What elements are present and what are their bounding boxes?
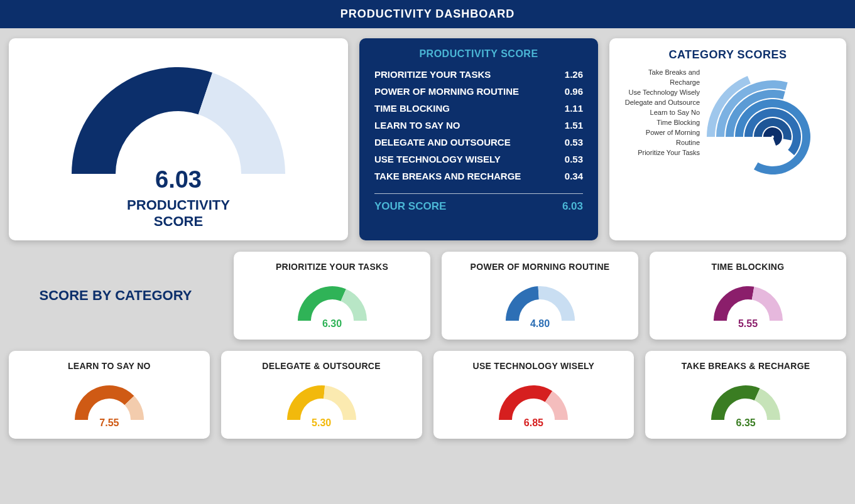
score-panel-footer-value: 6.03 [562,200,583,213]
score-panel-footer-label: YOUR SCORE [374,200,446,213]
category-radial-chart [704,68,835,206]
mini-label: TAKE BREAKS & RECHARGE [682,361,810,373]
score-row-value: 1.11 [553,103,583,114]
score-row: PRIORITIZE YOUR TASKS1.26 [374,66,583,83]
score-row: USE TECHNOLOGY WISELY0.53 [374,151,583,168]
score-row-value: 0.53 [553,137,583,147]
mid-row: SCORE BY CATEGORY PRIORITIZE YOUR TASKS … [9,252,846,340]
mini-label: PRIORITIZE YOUR TASKS [276,262,388,274]
score-panel-divider [374,193,583,194]
mini-card-6: TAKE BREAKS & RECHARGE 6.35 [645,351,846,439]
mini-card-2: TIME BLOCKING 5.55 [650,252,846,340]
mini-gauge-chart [281,377,362,422]
radial-label: Power of Morning Routine [621,128,700,148]
mini-gauge-chart [707,278,789,323]
mini-label: POWER OF MORNING ROUTINE [471,262,610,274]
mini-card-4: DELEGATE & OUTSOURCE 5.30 [221,351,422,439]
radial-label: Delegate and Outsource [621,98,700,108]
score-row-value: 0.34 [553,171,583,181]
radial-label: Learn to Say No [621,108,700,118]
score-row-label: LEARN TO SAY NO [374,120,460,131]
score-row-label: TIME BLOCKING [374,103,450,114]
score-row-label: POWER OF MORNING ROUTINE [374,86,519,97]
category-radial-card: CATEGORY SCORES Take Breaks and Recharge… [609,38,846,240]
score-row-label: USE TECHNOLOGY WISELY [374,154,501,164]
score-row: LEARN TO SAY NO1.51 [374,117,583,134]
mini-card-1: POWER OF MORNING ROUTINE 4.80 [442,252,638,340]
score-row: TIME BLOCKING1.11 [374,100,583,117]
mini-value: 5.30 [312,417,331,429]
score-row-value: 0.96 [553,86,583,97]
score-row: POWER OF MORNING ROUTINE0.96 [374,83,583,100]
score-panel-list: PRIORITIZE YOUR TASKS1.26POWER OF MORNIN… [371,66,587,185]
page-title: PRODUCTIVITY DASHBOARD [340,8,515,20]
mini-label: DELEGATE & OUTSOURCE [262,361,381,373]
category-radial-title: CATEGORY SCORES [621,48,835,62]
mini-label: TIME BLOCKING [712,262,785,274]
score-row-value: 1.51 [553,120,583,131]
section-title: SCORE BY CATEGORY [9,252,222,340]
score-row-label: TAKE BREAKS AND RECHARGE [374,171,521,181]
main-score-value: 6.03 [155,166,202,193]
mini-value: 6.35 [736,417,756,429]
mini-gauge-chart [705,377,787,422]
score-panel-title: PRODUCTIVITY SCORE [371,48,587,60]
score-row-label: DELEGATE AND OUTSOURCE [374,137,511,147]
score-row: DELEGATE AND OUTSOURCE0.53 [374,134,583,151]
main-gauge-chart [59,48,298,180]
score-panel-footer: YOUR SCORE 6.03 [371,200,587,213]
mini-value: 6.85 [524,417,543,429]
page-header: PRODUCTIVITY DASHBOARD [0,0,855,28]
mini-gauge-chart [499,278,581,323]
mini-gauge-chart [493,377,574,422]
mini-card-3: LEARN TO SAY NO 7.55 [9,351,210,439]
score-row-value: 1.26 [553,69,583,80]
mini-value: 7.55 [99,417,119,429]
score-row-value: 0.53 [553,154,583,164]
mini-value: 5.55 [738,318,758,330]
mini-card-0: PRIORITIZE YOUR TASKS 6.30 [234,252,430,340]
score-row: TAKE BREAKS AND RECHARGE0.34 [374,168,583,185]
radial-label: Use Technology Wisely [621,88,700,98]
dashboard-body: 6.03 PRODUCTIVITY SCORE PRODUCTIVITY SCO… [0,28,855,449]
score-panel: PRODUCTIVITY SCORE PRIORITIZE YOUR TASKS… [359,38,598,240]
top-row: 6.03 PRODUCTIVITY SCORE PRODUCTIVITY SCO… [9,38,846,240]
radial-label: Prioritize Your Tasks [621,148,700,158]
mini-gauge-chart [68,377,150,422]
main-score-label: PRODUCTIVITY SCORE [127,197,230,230]
mini-gauge-chart [291,278,373,323]
score-row-label: PRIORITIZE YOUR TASKS [374,69,491,80]
mini-value: 4.80 [530,318,550,330]
mini-label: USE TECHNOLOGY WISELY [472,361,594,373]
mini-label: LEARN TO SAY NO [68,361,151,373]
radial-label: Time Blocking [621,118,700,128]
radial-label: Take Breaks and Recharge [621,68,700,88]
main-score-card: 6.03 PRODUCTIVITY SCORE [9,38,348,240]
category-radial-labels: Take Breaks and RechargeUse Technology W… [621,68,700,158]
mini-card-5: USE TECHNOLOGY WISELY 6.85 [433,351,634,439]
mini-value: 6.30 [322,318,342,330]
bottom-row: LEARN TO SAY NO 7.55 DELEGATE & OUTSOURC… [9,351,846,439]
